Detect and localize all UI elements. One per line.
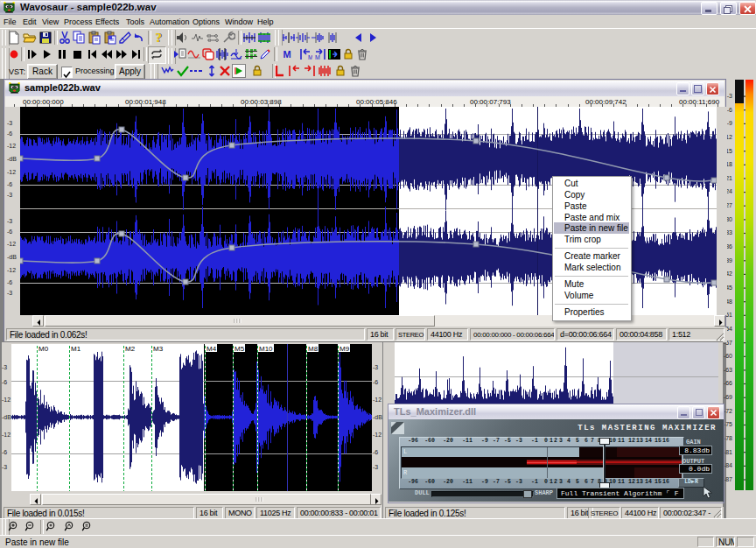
svg-text:M4: M4 bbox=[206, 345, 217, 353]
svg-text:M10: M10 bbox=[259, 345, 273, 353]
svg-text:M9: M9 bbox=[340, 345, 350, 353]
svg-text:M8: M8 bbox=[308, 345, 318, 353]
svg-text:M1: M1 bbox=[71, 345, 81, 353]
svg-text:M: M bbox=[315, 54, 320, 60]
svg-text:M5: M5 bbox=[234, 345, 245, 353]
svg-text:M0: M0 bbox=[38, 345, 49, 353]
svg-text:M2: M2 bbox=[125, 345, 136, 353]
svg-text:?: ? bbox=[155, 31, 162, 45]
svg-text:M: M bbox=[283, 49, 290, 60]
svg-text:M: M bbox=[308, 54, 312, 60]
svg-text:M3: M3 bbox=[153, 345, 164, 353]
